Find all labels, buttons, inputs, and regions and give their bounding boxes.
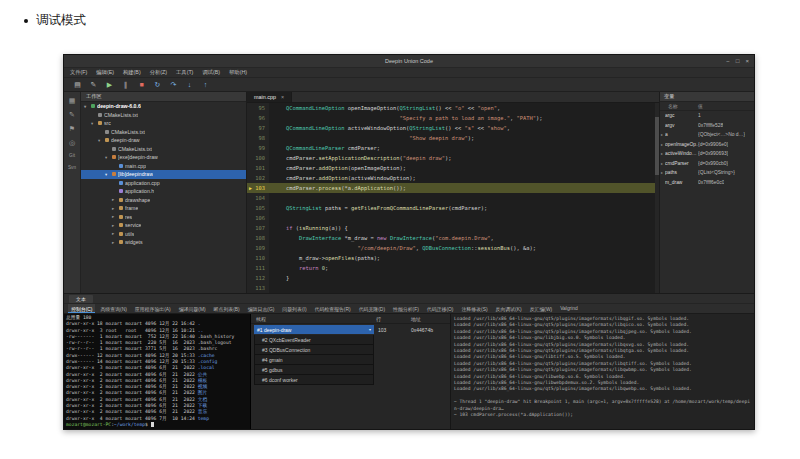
code-line[interactable]: 99 QCommandLineParser cmdParser; <box>247 143 659 153</box>
tree-item[interactable]: ▸utils <box>81 230 246 239</box>
menu-item[interactable]: 构建(B) <box>123 69 141 76</box>
line-gutter[interactable]: ▶103 <box>247 183 269 193</box>
debug-continue-icon[interactable]: ▶ <box>105 81 114 88</box>
thread-item[interactable]: #4 gmain <box>254 355 374 365</box>
tree-item[interactable]: application.cpp <box>81 179 246 188</box>
code-line[interactable]: 113 <box>247 283 659 293</box>
code-line[interactable]: 98 "Show deepin draw"); <box>247 133 659 143</box>
code-line[interactable]: 96 "Specify a path to load an image.", "… <box>247 113 659 123</box>
bottom-tab[interactable]: 性能分析(F) <box>390 304 422 313</box>
code-line[interactable]: 97 QCommandLineOption activeWindowOption… <box>247 123 659 133</box>
line-gutter[interactable]: 110 <box>247 253 269 263</box>
edit-mode-icon[interactable]: ✎ <box>89 81 98 88</box>
close-tab-icon[interactable]: × <box>281 94 284 100</box>
tree-item[interactable]: CMakeLists.txt <box>81 128 246 137</box>
line-gutter[interactable]: 113 <box>247 283 269 293</box>
line-gutter[interactable]: 95 <box>247 103 269 113</box>
menu-item[interactable]: 文件(F) <box>70 69 87 76</box>
bottom-tab[interactable]: Valgrind <box>557 305 581 313</box>
bottom-tab[interactable]: 问题列表(I) <box>279 304 309 313</box>
tree-item[interactable]: CMakeLists.txt <box>81 145 246 154</box>
code-line[interactable]: 108 DrawInterface *m_draw = new DrawInte… <box>247 233 659 243</box>
line-gutter[interactable]: 101 <box>247 163 269 173</box>
bottom-tab[interactable]: 应用程序输出(A) <box>132 304 174 313</box>
variable-row[interactable]: ▸activeWindo…{d=0x990693} <box>660 149 754 159</box>
line-gutter[interactable]: 104 <box>247 193 269 203</box>
debug-pause-icon[interactable]: ∥ <box>121 81 130 88</box>
step-out-icon[interactable]: ↑ <box>201 81 210 88</box>
bottom-tab[interactable]: 编译问题(M) <box>176 304 209 313</box>
line-gutter[interactable]: 98 <box>247 133 269 143</box>
thread-item[interactable]: #5 gdbus <box>254 365 374 375</box>
variable-row[interactable]: argv0x7fffffe528 <box>660 121 754 131</box>
recent-icon[interactable]: ▦ <box>69 97 76 104</box>
code-line[interactable]: 105 QStringList paths = getFilesFromQCom… <box>247 203 659 213</box>
close-button[interactable]: × <box>745 58 749 64</box>
line-gutter[interactable]: 100 <box>247 153 269 163</box>
line-gutter[interactable]: 99 <box>247 143 269 153</box>
tree-item[interactable]: application.h <box>81 187 246 196</box>
code-line[interactable]: ▶103 cmdParser.process(*a.dApplication()… <box>247 183 659 193</box>
line-gutter[interactable]: 107 <box>247 223 269 233</box>
open-project-icon[interactable]: ▤ <box>73 81 82 88</box>
thread-item[interactable]: #2 QXcbEventReader <box>254 335 374 345</box>
line-gutter[interactable]: 111 <box>247 263 269 273</box>
variable-row[interactable]: argc1 <box>660 111 754 121</box>
line-gutter[interactable]: 96 <box>247 113 269 123</box>
code-line[interactable]: 110 m_draw->openFiles(paths); <box>247 253 659 263</box>
tree-item[interactable]: ▸drawshape <box>81 196 246 205</box>
code-line[interactable]: 107 if (isRunning(a)) { <box>247 223 659 233</box>
code-line[interactable]: 109 "/com/deepin/Draw", QDBusConnection:… <box>247 243 659 253</box>
debug-restart-icon[interactable]: ↻ <box>153 81 162 88</box>
bottom-tab[interactable]: 注释修改(S) <box>458 304 490 313</box>
line-gutter[interactable]: 109 <box>247 243 269 253</box>
maximize-button[interactable]: □ <box>736 58 740 64</box>
tree-item[interactable]: ▾[lib]deepindraw <box>81 170 246 179</box>
variable-row[interactable]: m_draw0x7ffff6e0c0 <box>660 178 754 188</box>
bottom-tab[interactable]: 反汇编(W) <box>527 304 556 313</box>
menu-item[interactable]: 帮助(H) <box>229 69 247 76</box>
line-gutter[interactable]: 102 <box>247 173 269 183</box>
tree-item[interactable]: ▸service <box>81 221 246 230</box>
titlebar[interactable]: Deepin Union Code −□× <box>64 55 754 68</box>
subtab-text[interactable]: 文本 <box>69 295 93 303</box>
line-gutter[interactable]: 106 <box>247 213 269 223</box>
step-into-icon[interactable]: ↓ <box>185 81 194 88</box>
variable-row[interactable]: ▸openImageOp…{d=0x9906e0} <box>660 140 754 150</box>
variable-row[interactable]: ▸a{QObject<…>No d…} <box>660 130 754 140</box>
edit-icon[interactable]: ✎ <box>69 111 75 118</box>
code-line[interactable]: 112 } <box>247 273 659 283</box>
terminal[interactable]: 总用量 180drwxr-xr-x 18 mozart mozart 4096 … <box>64 314 251 429</box>
tree-item[interactable]: main.cpp <box>81 162 246 171</box>
bottom-tab[interactable]: 代码迁移(O) <box>424 304 457 313</box>
bottom-tab[interactable]: 反向调试(K) <box>493 304 525 313</box>
variable-row[interactable]: ▸cmdParser{d=0x990cb0} <box>660 159 754 169</box>
step-over-icon[interactable]: ↷ <box>169 81 178 88</box>
editor-scrollbar[interactable] <box>655 103 659 293</box>
menu-item[interactable]: 调试(B) <box>202 69 220 76</box>
activity-label[interactable]: Git <box>69 153 75 158</box>
thread-item[interactable]: #6 dconf worker <box>254 375 374 385</box>
minimize-button[interactable]: − <box>726 58 730 64</box>
tree-item[interactable]: ▾deepin-draw-6.0.6 <box>81 102 246 111</box>
tree-item[interactable]: ▸res <box>81 213 246 222</box>
tree-item[interactable]: ▸widgets <box>81 238 246 247</box>
scrollbar-thumb[interactable] <box>655 117 659 175</box>
bottom-tab[interactable]: 代码检查报告(R) <box>312 304 354 313</box>
line-gutter[interactable]: 105 <box>247 203 269 213</box>
tree-item[interactable]: ▸frame <box>81 204 246 213</box>
tree-item[interactable]: CMakeLists.txt <box>81 111 246 120</box>
thread-item[interactable]: #3 QDBusConnection <box>254 345 374 355</box>
bottom-tab[interactable]: 代码克隆(D) <box>356 304 388 313</box>
code-line[interactable]: 100 cmdParser.setApplicationDescription(… <box>247 153 659 163</box>
code-line[interactable]: 101 cmdParser.addOption(openImageOption)… <box>247 163 659 173</box>
tree-item[interactable]: ▾src <box>81 119 246 128</box>
debug-stop-icon[interactable]: ■ <box>137 81 146 88</box>
bottom-tab[interactable]: 编辑日志(G) <box>245 304 278 313</box>
line-gutter[interactable]: 108 <box>247 233 269 243</box>
variable-row[interactable]: ▸paths{QList<QString>} <box>660 168 754 178</box>
code-line[interactable]: 104 <box>247 193 659 203</box>
line-gutter[interactable]: 112 <box>247 273 269 283</box>
code-line[interactable]: 95 QCommandLineOption openImageOption(QS… <box>247 103 659 113</box>
runner-icon[interactable]: ◎ <box>69 139 75 146</box>
